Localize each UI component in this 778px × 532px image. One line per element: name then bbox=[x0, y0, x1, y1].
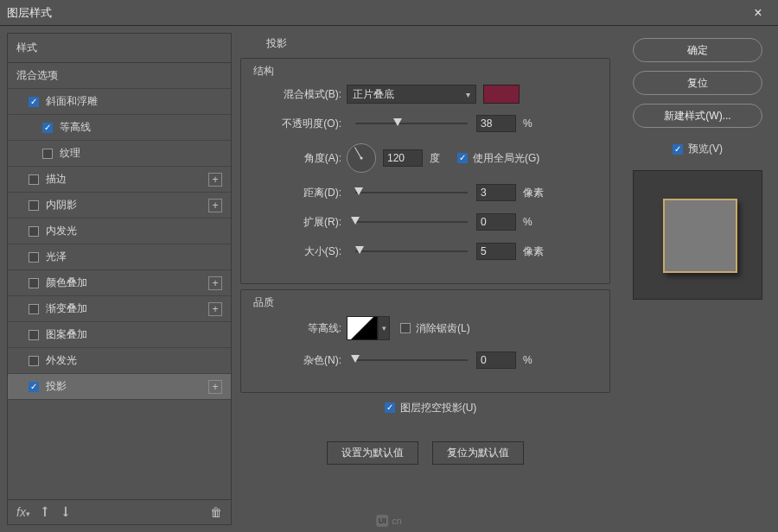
antialias-label: 消除锯齿(L) bbox=[416, 321, 470, 336]
shadow-color-swatch[interactable] bbox=[483, 85, 520, 104]
fx-icon[interactable]: fx▾ bbox=[16, 505, 30, 519]
group-quality: 品质 等高线: ▾ 消除锯齿(L) 杂色(N): % bbox=[240, 289, 610, 393]
distance-slider[interactable] bbox=[355, 187, 468, 199]
opacity-label: 不透明度(O): bbox=[252, 117, 347, 131]
window-title: 图层样式 bbox=[7, 5, 745, 21]
sidebar-item-satin[interactable]: 光泽 bbox=[8, 244, 231, 270]
size-unit: 像素 bbox=[523, 244, 549, 259]
sidebar-item-gradient-overlay[interactable]: 渐变叠加 + bbox=[8, 296, 231, 322]
knockout-checkbox[interactable] bbox=[385, 402, 395, 413]
checkbox-icon[interactable] bbox=[29, 226, 39, 237]
styles-sidebar: 样式 混合选项 斜面和浮雕 等高线 纹理 描边 + 内阴影 + 内发光 bbox=[7, 33, 232, 525]
sidebar-item-pattern-overlay[interactable]: 图案叠加 bbox=[8, 322, 231, 348]
antialias-checkbox[interactable] bbox=[400, 323, 411, 333]
add-icon[interactable]: + bbox=[208, 380, 222, 394]
global-light-label: 使用全局光(G) bbox=[473, 151, 539, 166]
arrow-down-icon[interactable]: 🠗 bbox=[60, 505, 72, 519]
checkbox-icon[interactable] bbox=[29, 200, 39, 211]
preview-label: 预览(V) bbox=[688, 142, 723, 156]
arrow-up-icon[interactable]: 🠕 bbox=[39, 505, 51, 519]
add-icon[interactable]: + bbox=[208, 173, 222, 187]
opacity-unit: % bbox=[523, 117, 549, 130]
new-style-button[interactable]: 新建样式(W)... bbox=[633, 104, 762, 128]
ok-button[interactable]: 确定 bbox=[633, 38, 762, 62]
angle-unit: 度 bbox=[430, 151, 440, 166]
angle-label: 角度(A): bbox=[252, 151, 347, 166]
blend-mode-label: 混合模式(B): bbox=[252, 87, 347, 102]
checkbox-icon[interactable] bbox=[29, 382, 39, 392]
sidebar-item-bevel[interactable]: 斜面和浮雕 bbox=[8, 89, 231, 115]
blend-mode-select[interactable]: 正片叠底 ▾ bbox=[347, 85, 476, 104]
knockout-label: 图层挖空投影(U) bbox=[400, 401, 477, 415]
contour-label: 等高线: bbox=[252, 321, 347, 336]
add-icon[interactable]: + bbox=[208, 276, 222, 290]
cancel-button[interactable]: 复位 bbox=[633, 71, 762, 95]
sidebar-header: 样式 bbox=[8, 34, 231, 63]
add-icon[interactable]: + bbox=[208, 199, 222, 212]
size-label: 大小(S): bbox=[252, 244, 347, 259]
checkbox-icon[interactable] bbox=[29, 174, 39, 185]
checkbox-icon[interactable] bbox=[29, 304, 39, 314]
global-light-checkbox[interactable] bbox=[457, 153, 468, 163]
sidebar-item-inner-shadow[interactable]: 内阴影 + bbox=[8, 193, 231, 218]
reset-default-button[interactable]: 复位为默认值 bbox=[432, 441, 524, 465]
right-panel: 确定 复位 新建样式(W)... 预览(V) bbox=[624, 33, 771, 525]
distance-input[interactable] bbox=[476, 184, 516, 201]
size-input[interactable] bbox=[476, 243, 516, 260]
make-default-button[interactable]: 设置为默认值 bbox=[327, 441, 418, 465]
preview-box bbox=[633, 170, 762, 300]
sidebar-item-drop-shadow[interactable]: 投影 + bbox=[8, 374, 231, 400]
sidebar-item-contour[interactable]: 等高线 bbox=[8, 115, 231, 141]
distance-unit: 像素 bbox=[523, 186, 549, 200]
sidebar-item-color-overlay[interactable]: 颜色叠加 + bbox=[8, 270, 231, 296]
distance-label: 距离(D): bbox=[252, 186, 347, 200]
angle-input[interactable] bbox=[383, 149, 423, 167]
contour-dropdown[interactable]: ▾ bbox=[378, 316, 390, 340]
checkbox-icon[interactable] bbox=[29, 356, 39, 366]
chevron-down-icon: ▾ bbox=[466, 90, 470, 99]
watermark: UI cn bbox=[376, 515, 402, 527]
settings-panel: 投影 结构 混合模式(B): 正片叠底 ▾ 不透明度(O): % 角度(A): bbox=[240, 33, 615, 525]
checkbox-icon[interactable] bbox=[29, 330, 39, 340]
opacity-slider[interactable] bbox=[355, 117, 468, 130]
contour-swatch[interactable] bbox=[347, 316, 378, 340]
group-legend: 结构 bbox=[253, 64, 274, 79]
angle-dial[interactable] bbox=[347, 143, 376, 173]
checkbox-icon[interactable] bbox=[29, 278, 39, 288]
group-legend: 品质 bbox=[253, 295, 274, 310]
noise-input[interactable] bbox=[476, 352, 516, 369]
size-slider[interactable] bbox=[355, 245, 468, 257]
watermark-logo: UI bbox=[376, 515, 388, 527]
title-bar: 图层样式 × bbox=[0, 0, 778, 26]
spread-input[interactable] bbox=[476, 213, 516, 231]
spread-label: 扩展(R): bbox=[252, 215, 347, 230]
sidebar-item-texture[interactable]: 纹理 bbox=[8, 141, 231, 167]
group-structure: 结构 混合模式(B): 正片叠底 ▾ 不透明度(O): % 角度(A): bbox=[240, 58, 610, 284]
preview-checkbox[interactable] bbox=[673, 144, 683, 155]
close-icon[interactable]: × bbox=[745, 5, 771, 21]
trash-icon[interactable]: 🗑 bbox=[210, 505, 222, 519]
sidebar-item-stroke[interactable]: 描边 + bbox=[8, 167, 231, 193]
noise-label: 杂色(N): bbox=[252, 353, 347, 368]
spread-slider[interactable] bbox=[355, 216, 468, 228]
sidebar-blend-options[interactable]: 混合选项 bbox=[8, 63, 231, 89]
noise-slider[interactable] bbox=[355, 354, 468, 366]
checkbox-icon[interactable] bbox=[42, 149, 53, 159]
checkbox-icon[interactable] bbox=[29, 252, 39, 263]
panel-title: 投影 bbox=[240, 33, 610, 53]
sidebar-item-outer-glow[interactable]: 外发光 bbox=[8, 348, 231, 374]
add-icon[interactable]: + bbox=[208, 302, 222, 316]
checkbox-icon[interactable] bbox=[42, 123, 53, 133]
checkbox-icon[interactable] bbox=[29, 97, 39, 107]
sidebar-footer: fx▾ 🠕 🠗 🗑 bbox=[8, 499, 231, 524]
dialog-content: 样式 混合选项 斜面和浮雕 等高线 纹理 描边 + 内阴影 + 内发光 bbox=[0, 26, 778, 532]
opacity-input[interactable] bbox=[476, 115, 516, 132]
noise-unit: % bbox=[523, 354, 549, 366]
sidebar-blend-label: 混合选项 bbox=[16, 68, 222, 83]
spread-unit: % bbox=[523, 216, 549, 228]
preview-layer bbox=[663, 199, 737, 273]
sidebar-item-inner-glow[interactable]: 内发光 bbox=[8, 218, 231, 244]
